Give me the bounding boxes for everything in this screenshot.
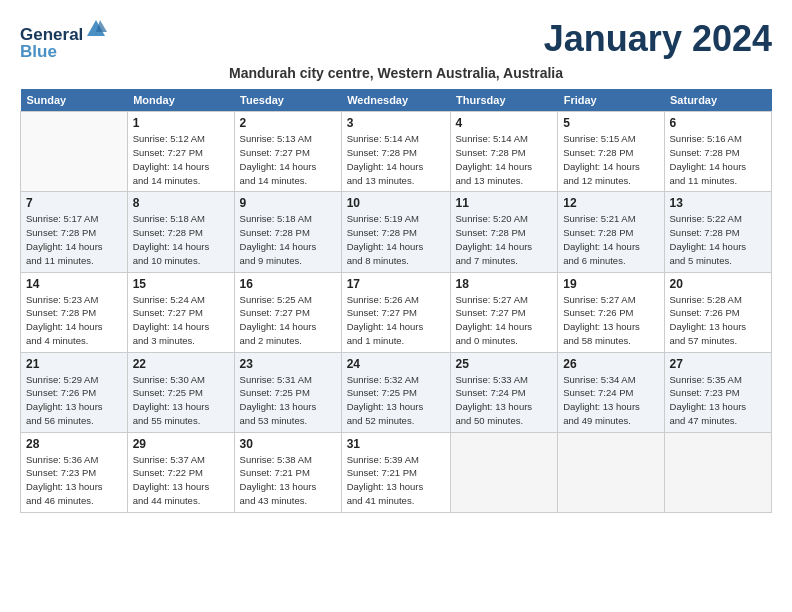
header: General Blue January 2024 <box>20 18 772 61</box>
day-info: Sunrise: 5:27 AM Sunset: 7:26 PM Dayligh… <box>563 293 658 348</box>
day-cell: 28Sunrise: 5:36 AM Sunset: 7:23 PM Dayli… <box>21 432 128 512</box>
day-cell: 26Sunrise: 5:34 AM Sunset: 7:24 PM Dayli… <box>558 352 664 432</box>
day-number: 16 <box>240 277 336 291</box>
day-number: 29 <box>133 437 229 451</box>
day-info: Sunrise: 5:22 AM Sunset: 7:28 PM Dayligh… <box>670 212 766 267</box>
week-row-5: 28Sunrise: 5:36 AM Sunset: 7:23 PM Dayli… <box>21 432 772 512</box>
day-number: 5 <box>563 116 658 130</box>
day-cell <box>664 432 771 512</box>
day-info: Sunrise: 5:37 AM Sunset: 7:22 PM Dayligh… <box>133 453 229 508</box>
day-cell <box>21 112 128 192</box>
calendar-subtitle: Mandurah city centre, Western Australia,… <box>20 65 772 81</box>
day-info: Sunrise: 5:18 AM Sunset: 7:28 PM Dayligh… <box>240 212 336 267</box>
logo: General Blue <box>20 18 107 61</box>
day-info: Sunrise: 5:26 AM Sunset: 7:27 PM Dayligh… <box>347 293 445 348</box>
day-number: 10 <box>347 196 445 210</box>
calendar-page: General Blue January 2024 Mandurah city … <box>0 0 792 523</box>
title-block: January 2024 <box>544 18 772 60</box>
day-number: 8 <box>133 196 229 210</box>
day-cell: 18Sunrise: 5:27 AM Sunset: 7:27 PM Dayli… <box>450 272 558 352</box>
day-info: Sunrise: 5:21 AM Sunset: 7:28 PM Dayligh… <box>563 212 658 267</box>
day-cell: 15Sunrise: 5:24 AM Sunset: 7:27 PM Dayli… <box>127 272 234 352</box>
day-info: Sunrise: 5:36 AM Sunset: 7:23 PM Dayligh… <box>26 453 122 508</box>
day-cell: 21Sunrise: 5:29 AM Sunset: 7:26 PM Dayli… <box>21 352 128 432</box>
day-number: 27 <box>670 357 766 371</box>
col-monday: Monday <box>127 89 234 112</box>
day-number: 23 <box>240 357 336 371</box>
day-info: Sunrise: 5:19 AM Sunset: 7:28 PM Dayligh… <box>347 212 445 267</box>
day-info: Sunrise: 5:35 AM Sunset: 7:23 PM Dayligh… <box>670 373 766 428</box>
day-number: 2 <box>240 116 336 130</box>
day-cell: 11Sunrise: 5:20 AM Sunset: 7:28 PM Dayli… <box>450 192 558 272</box>
day-number: 1 <box>133 116 229 130</box>
day-info: Sunrise: 5:17 AM Sunset: 7:28 PM Dayligh… <box>26 212 122 267</box>
day-number: 14 <box>26 277 122 291</box>
day-info: Sunrise: 5:13 AM Sunset: 7:27 PM Dayligh… <box>240 132 336 187</box>
day-cell <box>558 432 664 512</box>
day-info: Sunrise: 5:28 AM Sunset: 7:26 PM Dayligh… <box>670 293 766 348</box>
day-number: 28 <box>26 437 122 451</box>
day-number: 4 <box>456 116 553 130</box>
day-info: Sunrise: 5:27 AM Sunset: 7:27 PM Dayligh… <box>456 293 553 348</box>
day-info: Sunrise: 5:31 AM Sunset: 7:25 PM Dayligh… <box>240 373 336 428</box>
week-row-2: 7Sunrise: 5:17 AM Sunset: 7:28 PM Daylig… <box>21 192 772 272</box>
day-number: 13 <box>670 196 766 210</box>
week-row-3: 14Sunrise: 5:23 AM Sunset: 7:28 PM Dayli… <box>21 272 772 352</box>
day-info: Sunrise: 5:18 AM Sunset: 7:28 PM Dayligh… <box>133 212 229 267</box>
day-info: Sunrise: 5:24 AM Sunset: 7:27 PM Dayligh… <box>133 293 229 348</box>
day-cell: 6Sunrise: 5:16 AM Sunset: 7:28 PM Daylig… <box>664 112 771 192</box>
day-number: 3 <box>347 116 445 130</box>
day-number: 12 <box>563 196 658 210</box>
day-info: Sunrise: 5:38 AM Sunset: 7:21 PM Dayligh… <box>240 453 336 508</box>
day-number: 21 <box>26 357 122 371</box>
day-cell: 16Sunrise: 5:25 AM Sunset: 7:27 PM Dayli… <box>234 272 341 352</box>
day-cell: 17Sunrise: 5:26 AM Sunset: 7:27 PM Dayli… <box>341 272 450 352</box>
day-cell: 13Sunrise: 5:22 AM Sunset: 7:28 PM Dayli… <box>664 192 771 272</box>
day-info: Sunrise: 5:15 AM Sunset: 7:28 PM Dayligh… <box>563 132 658 187</box>
day-number: 18 <box>456 277 553 291</box>
day-cell: 27Sunrise: 5:35 AM Sunset: 7:23 PM Dayli… <box>664 352 771 432</box>
day-cell <box>450 432 558 512</box>
col-thursday: Thursday <box>450 89 558 112</box>
day-info: Sunrise: 5:25 AM Sunset: 7:27 PM Dayligh… <box>240 293 336 348</box>
day-number: 7 <box>26 196 122 210</box>
day-cell: 22Sunrise: 5:30 AM Sunset: 7:25 PM Dayli… <box>127 352 234 432</box>
day-cell: 29Sunrise: 5:37 AM Sunset: 7:22 PM Dayli… <box>127 432 234 512</box>
col-sunday: Sunday <box>21 89 128 112</box>
day-number: 19 <box>563 277 658 291</box>
day-cell: 9Sunrise: 5:18 AM Sunset: 7:28 PM Daylig… <box>234 192 341 272</box>
calendar-table: Sunday Monday Tuesday Wednesday Thursday… <box>20 89 772 512</box>
logo-icon <box>85 18 107 40</box>
day-cell: 10Sunrise: 5:19 AM Sunset: 7:28 PM Dayli… <box>341 192 450 272</box>
day-number: 11 <box>456 196 553 210</box>
day-number: 25 <box>456 357 553 371</box>
day-cell: 31Sunrise: 5:39 AM Sunset: 7:21 PM Dayli… <box>341 432 450 512</box>
logo-blue: Blue <box>20 43 107 62</box>
day-number: 20 <box>670 277 766 291</box>
day-info: Sunrise: 5:34 AM Sunset: 7:24 PM Dayligh… <box>563 373 658 428</box>
day-cell: 24Sunrise: 5:32 AM Sunset: 7:25 PM Dayli… <box>341 352 450 432</box>
day-cell: 2Sunrise: 5:13 AM Sunset: 7:27 PM Daylig… <box>234 112 341 192</box>
day-number: 30 <box>240 437 336 451</box>
day-cell: 1Sunrise: 5:12 AM Sunset: 7:27 PM Daylig… <box>127 112 234 192</box>
col-wednesday: Wednesday <box>341 89 450 112</box>
day-cell: 4Sunrise: 5:14 AM Sunset: 7:28 PM Daylig… <box>450 112 558 192</box>
day-number: 15 <box>133 277 229 291</box>
day-info: Sunrise: 5:23 AM Sunset: 7:28 PM Dayligh… <box>26 293 122 348</box>
day-cell: 5Sunrise: 5:15 AM Sunset: 7:28 PM Daylig… <box>558 112 664 192</box>
day-number: 9 <box>240 196 336 210</box>
day-info: Sunrise: 5:14 AM Sunset: 7:28 PM Dayligh… <box>456 132 553 187</box>
day-cell: 20Sunrise: 5:28 AM Sunset: 7:26 PM Dayli… <box>664 272 771 352</box>
week-row-1: 1Sunrise: 5:12 AM Sunset: 7:27 PM Daylig… <box>21 112 772 192</box>
day-info: Sunrise: 5:30 AM Sunset: 7:25 PM Dayligh… <box>133 373 229 428</box>
day-cell: 25Sunrise: 5:33 AM Sunset: 7:24 PM Dayli… <box>450 352 558 432</box>
day-number: 31 <box>347 437 445 451</box>
day-info: Sunrise: 5:16 AM Sunset: 7:28 PM Dayligh… <box>670 132 766 187</box>
header-row: Sunday Monday Tuesday Wednesday Thursday… <box>21 89 772 112</box>
logo-general: General <box>20 18 107 45</box>
week-row-4: 21Sunrise: 5:29 AM Sunset: 7:26 PM Dayli… <box>21 352 772 432</box>
day-cell: 23Sunrise: 5:31 AM Sunset: 7:25 PM Dayli… <box>234 352 341 432</box>
col-friday: Friday <box>558 89 664 112</box>
day-cell: 12Sunrise: 5:21 AM Sunset: 7:28 PM Dayli… <box>558 192 664 272</box>
day-cell: 3Sunrise: 5:14 AM Sunset: 7:28 PM Daylig… <box>341 112 450 192</box>
